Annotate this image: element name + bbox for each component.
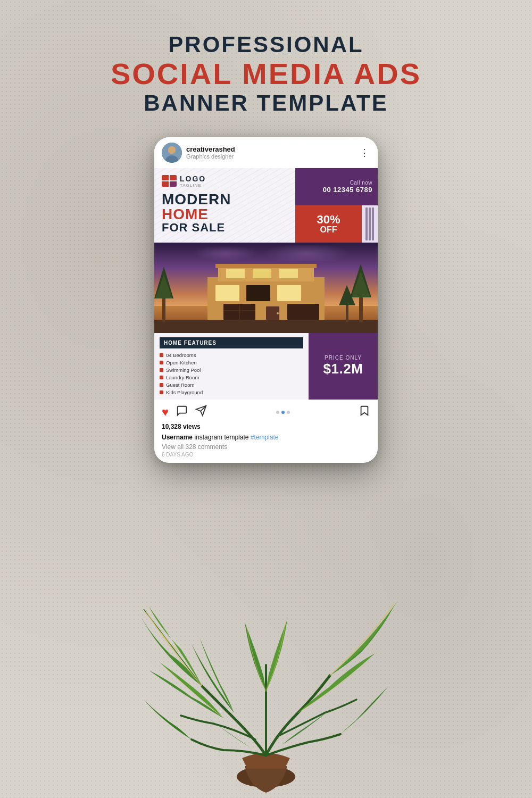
logo-tagline: TAGLINE (180, 183, 206, 188)
svg-rect-10 (215, 264, 317, 268)
discount-area: 30% OFF (295, 205, 378, 243)
plant-decoration (106, 559, 426, 798)
svg-rect-11 (226, 269, 245, 278)
logo-icon-tl (162, 175, 169, 180)
headline3: FOR SALE (162, 222, 288, 234)
price-only-label: PRICE ONLY (325, 355, 362, 361)
ad-top-row: LOGO TAGLINE MODERN HOME FOR SALE Call n… (154, 168, 378, 243)
feature-text-5: Guest Room (166, 382, 194, 388)
logo-icon (162, 175, 177, 187)
dot-1 (276, 411, 279, 414)
logo-icon-bl (162, 181, 169, 187)
discount-box: 30% OFF (295, 205, 362, 243)
svg-rect-14 (215, 285, 239, 301)
barcode-decoration (362, 205, 378, 243)
ig-views: 10,328 views (154, 423, 378, 433)
svg-rect-12 (253, 269, 271, 278)
bar3 (372, 207, 374, 240)
title-line3: BANNER TEMPLATE (111, 90, 421, 116)
ig-caption-username: Username (162, 434, 193, 441)
svg-point-3 (168, 146, 176, 154)
home-sale-text: MODERN HOME FOR SALE (162, 192, 288, 234)
call-now-number: 00 12345 6789 (301, 186, 372, 194)
feature-text-1: 04 Bedrooms (166, 352, 196, 358)
svg-rect-4 (154, 320, 378, 333)
bar1 (365, 207, 368, 240)
svg-rect-5 (162, 298, 165, 322)
like-button[interactable]: ♥ (162, 405, 169, 419)
price-box: PRICE ONLY $1.2M (309, 333, 378, 400)
discount-percent: 30% (317, 214, 340, 226)
feature-dot-3 (160, 368, 163, 372)
feature-dot-4 (160, 376, 163, 379)
title-line2: SOCIAL MEDIA ADS (111, 57, 421, 90)
feature-text-2: Open Kitchen (166, 360, 197, 365)
svg-rect-16 (277, 285, 301, 301)
ig-options-dots[interactable]: ⋮ (360, 147, 370, 159)
ig-username: creativerashed (186, 145, 235, 153)
ig-timestamp: 6 DAYS AGO (154, 452, 378, 463)
title-line1: PROFESSIONAL (111, 32, 421, 57)
ig-caption-text: instagram template (194, 434, 250, 441)
house-svg (154, 256, 378, 333)
bar2 (369, 207, 371, 240)
svg-rect-26 (346, 304, 348, 322)
discount-off: OFF (320, 226, 337, 234)
svg-rect-23 (359, 296, 363, 322)
ig-user-info: creativerashed Graphics designer (162, 143, 235, 163)
ig-caption: Username instagram template #template (154, 433, 378, 443)
feature-text-4: Laundry Room (166, 375, 199, 380)
svg-point-21 (277, 312, 279, 314)
feature-dot-6 (160, 390, 163, 394)
dot-2 (281, 411, 285, 414)
headline2: HOME (162, 207, 288, 222)
avatar (162, 143, 182, 163)
ig-post-header: creativerashed Graphics designer ⋮ (154, 137, 378, 168)
call-now-label: Call now (301, 180, 372, 186)
carousel-dots (276, 411, 290, 414)
feature-text-6: Kids Playground (166, 389, 203, 395)
feature-dot-1 (160, 353, 163, 357)
feature-item-5: Guest Room (160, 382, 303, 388)
ig-actions-bar: ♥ (154, 400, 378, 423)
svg-rect-15 (246, 285, 270, 301)
comment-button[interactable] (176, 405, 188, 420)
features-section: HOME FEATURES 04 Bedrooms Open Kitchen S… (154, 333, 309, 400)
svg-line-31 (144, 609, 202, 686)
feature-item-1: 04 Bedrooms (160, 352, 303, 358)
call-now-box: Call now 00 12345 6789 (295, 168, 378, 205)
ig-hashtag[interactable]: #template (251, 434, 279, 441)
bookmark-button[interactable] (359, 405, 370, 420)
feature-item-6: Kids Playground (160, 389, 303, 395)
ad-banner: LOGO TAGLINE MODERN HOME FOR SALE Call n… (154, 168, 378, 400)
svg-rect-13 (279, 269, 298, 278)
feature-item-2: Open Kitchen (160, 360, 303, 365)
headline1: MODERN (162, 192, 288, 207)
device-frame: creativerashed Graphics designer ⋮ L (154, 137, 378, 463)
logo-icon-br (170, 181, 177, 187)
page-title-section: PROFESSIONAL SOCIAL MEDIA ADS BANNER TEM… (111, 0, 421, 137)
logo-area: LOGO TAGLINE (162, 174, 288, 188)
share-button[interactable] (195, 405, 207, 420)
plant-svg (106, 559, 426, 798)
house-image (154, 243, 378, 333)
ig-actions-left: ♥ (162, 405, 207, 420)
ig-user-subtitle: Graphics designer (186, 153, 235, 160)
feature-dot-2 (160, 361, 163, 364)
logo-text-area: LOGO TAGLINE (180, 174, 206, 188)
ad-top-right: Call now 00 12345 6789 30% OFF (295, 168, 378, 243)
logo-icon-tr (170, 175, 177, 180)
ad-bottom-row: HOME FEATURES 04 Bedrooms Open Kitchen S… (154, 333, 378, 400)
svg-marker-25 (351, 272, 370, 297)
svg-rect-22 (287, 304, 319, 320)
feature-item-3: Swimming Pool (160, 367, 303, 373)
ig-comments-link[interactable]: View all 328 comments (154, 443, 378, 452)
ad-top-left: LOGO TAGLINE MODERN HOME FOR SALE (154, 168, 295, 243)
dot-3 (287, 411, 290, 414)
feature-item-4: Laundry Room (160, 375, 303, 380)
svg-point-30 (237, 766, 295, 787)
logo-text: LOGO (180, 174, 206, 183)
home-features-label: HOME FEATURES (160, 337, 303, 348)
feature-dot-5 (160, 383, 163, 387)
price-amount: $1.2M (323, 361, 363, 377)
